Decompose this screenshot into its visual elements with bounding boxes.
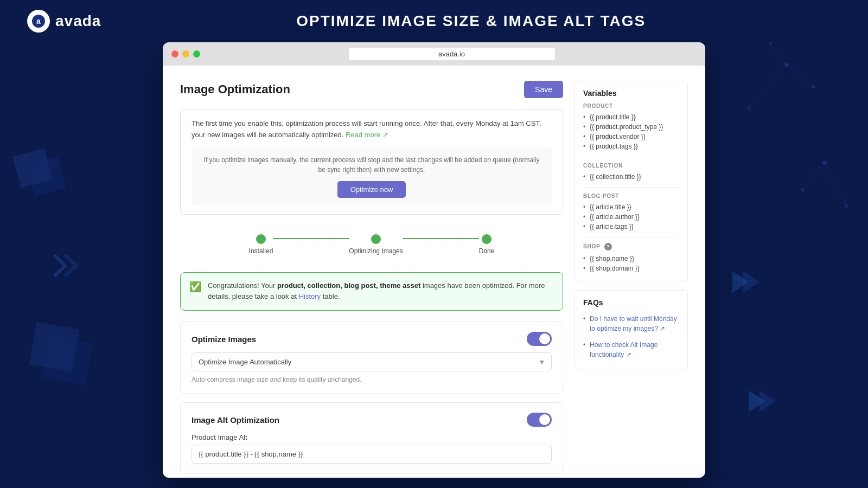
success-box: ✅ Congratulations! Your product, collect…: [180, 272, 563, 311]
panel-title: Image Optimization: [180, 82, 290, 97]
main-panel: Image Optimization Save The first time y…: [180, 81, 563, 463]
var-category-shop: SHOP ?: [583, 243, 679, 251]
svg-point-8: [801, 188, 805, 191]
svg-text:a: a: [36, 17, 41, 25]
var-item: {{ product.title }}: [583, 112, 679, 122]
var-list-shop: {{ shop.name }} {{ shop.domain }}: [583, 254, 679, 273]
variables-section: Variables PRODUCT {{ product.title }} {{…: [574, 81, 688, 281]
svg-line-5: [749, 65, 787, 108]
svg-rect-13: [26, 156, 66, 196]
var-list-blog-post: {{ article.title }} {{ article.author }}…: [583, 202, 679, 232]
faq-link-2[interactable]: How to check Alt Image functionality ↗: [583, 338, 679, 361]
optimize-images-label: Optimize Images: [192, 335, 256, 344]
panel-header: Image Optimization Save: [180, 81, 563, 98]
step-installed: Installed: [249, 234, 273, 255]
var-list-product: {{ product.title }} {{ product.product_t…: [583, 112, 679, 151]
success-icon: ✅: [189, 281, 201, 293]
svg-line-11: [825, 163, 846, 206]
faqs-title: FAQs: [583, 298, 679, 307]
browser-content: Image Optimization Save The first time y…: [163, 66, 705, 478]
variables-title: Variables: [583, 89, 679, 98]
info-box: The first time you enable this, optimiza…: [180, 109, 563, 215]
step-label-installed: Installed: [249, 247, 273, 255]
logo-icon: a: [27, 10, 50, 33]
var-item: {{ collection.title }}: [583, 172, 679, 182]
image-alt-label: Image Alt Optimization: [192, 415, 279, 425]
var-category-product: PRODUCT: [583, 103, 679, 109]
step-label-optimizing: Optimizing Images: [349, 247, 403, 255]
optimize-now-button[interactable]: Optimize now: [337, 181, 406, 198]
step-optimizing: Optimizing Images: [349, 234, 403, 255]
var-category-collection: COLLECTION: [583, 163, 679, 169]
step-line-1: [273, 238, 349, 239]
manual-notice: If you optimize images manually, the cur…: [192, 147, 552, 206]
close-dot[interactable]: [171, 50, 178, 57]
svg-marker-17: [743, 271, 760, 293]
logo-area: a avada: [27, 10, 101, 33]
var-item: {{ article.tags }}: [583, 222, 679, 232]
svg-marker-16: [732, 271, 749, 293]
svg-point-9: [845, 204, 848, 208]
step-dot-done: [482, 234, 492, 244]
svg-rect-15: [43, 336, 93, 386]
var-item: {{ product.vendor }}: [583, 132, 679, 142]
history-link[interactable]: History: [299, 292, 321, 300]
help-icon[interactable]: ?: [604, 243, 612, 251]
optimize-images-section: Optimize Images Optimize Image Automatic…: [180, 322, 563, 394]
sidebar: Variables PRODUCT {{ product.title }} {{…: [574, 81, 688, 463]
image-alt-row: Image Alt Optimization: [192, 413, 552, 427]
svg-point-7: [822, 160, 827, 165]
step-label-done: Done: [479, 247, 495, 255]
step-done: Done: [479, 234, 495, 255]
minimize-dot[interactable]: [182, 50, 189, 57]
var-list-collection: {{ collection.title }}: [583, 172, 679, 182]
progress-steps: Installed Optimizing Images Done: [180, 226, 563, 264]
product-image-alt-input[interactable]: [192, 445, 552, 464]
browser-bar: avada.io: [163, 42, 705, 66]
product-image-alt-label: Product Image Alt: [192, 433, 552, 441]
svg-line-10: [803, 163, 825, 190]
svg-line-6: [770, 43, 787, 65]
optimize-images-row: Optimize Images: [192, 332, 552, 346]
svg-rect-12: [12, 148, 52, 188]
save-button[interactable]: Save: [524, 81, 563, 98]
svg-rect-14: [29, 322, 80, 373]
page-title: OPTIMIZE IMAGE SIZE & IMAGE ALT TAGS: [101, 12, 841, 30]
svg-marker-18: [749, 390, 765, 412]
svg-point-1: [812, 85, 815, 88]
optimize-select[interactable]: Optimize Image Automatically: [192, 352, 552, 371]
header: a avada OPTIMIZE IMAGE SIZE & IMAGE ALT …: [0, 0, 868, 42]
svg-line-4: [787, 65, 814, 87]
svg-point-3: [769, 42, 771, 44]
var-item: {{ shop.name }}: [583, 254, 679, 264]
faqs-section: FAQs Do I have to wait until Monday to o…: [574, 290, 688, 369]
browser-window: avada.io Image Optimization Save The fir…: [163, 42, 705, 478]
svg-point-2: [747, 107, 750, 110]
maximize-dot[interactable]: [193, 50, 200, 57]
var-item: {{ article.title }}: [583, 202, 679, 212]
svg-marker-19: [760, 390, 776, 412]
optimize-select-hint: Auto-compress image size and keep its qu…: [192, 376, 552, 383]
step-dot-optimizing: [371, 234, 381, 244]
faq-link-1[interactable]: Do I have to wait until Monday to optimi…: [583, 312, 679, 335]
optimize-images-toggle[interactable]: [527, 332, 552, 346]
manual-notice-text: If you optimize images manually, the cur…: [200, 155, 543, 175]
browser-dots: [171, 50, 200, 57]
step-line-2: [403, 238, 479, 239]
image-alt-toggle[interactable]: [527, 413, 552, 427]
var-item: {{ product.tags }}: [583, 142, 679, 151]
success-text: Congratulations! Your product, collectio…: [208, 280, 554, 303]
svg-point-0: [784, 63, 789, 67]
optimize-select-wrapper: Optimize Image Automatically ▼: [192, 352, 552, 371]
image-alt-section: Image Alt Optimization Product Image Alt: [180, 402, 563, 474]
browser-url: avada.io: [349, 48, 555, 60]
var-item: {{ shop.domain }}: [583, 264, 679, 273]
read-more-link[interactable]: Read more ↗: [346, 131, 388, 139]
logo-text: avada: [55, 12, 101, 30]
var-item: {{ product.product_type }}: [583, 122, 679, 132]
info-text: The first time you enable this, optimiza…: [192, 118, 552, 141]
var-item: {{ article.author }}: [583, 212, 679, 222]
step-dot-installed: [256, 234, 266, 244]
var-category-blog-post: BLOG POST: [583, 193, 679, 199]
